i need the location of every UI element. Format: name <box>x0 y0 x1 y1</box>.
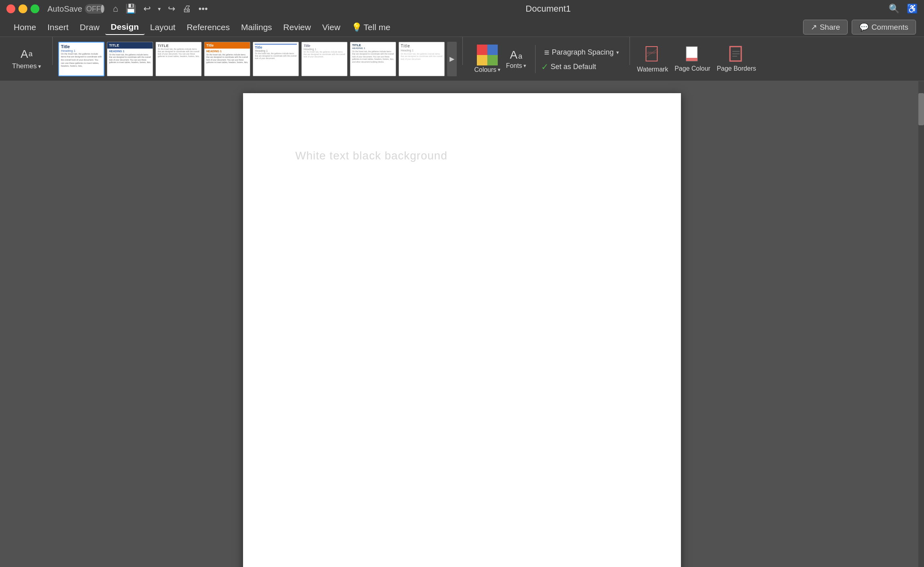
comments-button[interactable]: 💬 Comments <box>852 20 916 35</box>
menu-draw[interactable]: Draw <box>74 20 105 35</box>
theme-thumb-6[interactable]: Title Heading 1 On the Insert tab, the g… <box>301 42 348 76</box>
theme-thumb-8[interactable]: Title Heading 1 On the Insert tab, the g… <box>399 42 445 76</box>
set-as-default-button[interactable]: ✓ Set as Default <box>541 62 622 72</box>
undo-icon[interactable]: ↩ <box>143 4 151 14</box>
scrollbar-thumb[interactable] <box>918 93 924 125</box>
themes-label: Themes <box>12 62 37 70</box>
paragraph-spacing-label: Paragraph Spacing <box>552 48 613 57</box>
theme-thumb-3[interactable]: TITLE On the Insert tab, the galleries i… <box>155 42 202 76</box>
page-colour-label: Page Colour <box>675 65 710 72</box>
paragraph-spacing-dropdown-icon[interactable]: ▾ <box>616 49 619 55</box>
menu-review[interactable]: Review <box>278 20 317 35</box>
theme5-heading: Heading 1 <box>255 49 297 52</box>
watermark-icon: DRAFT <box>645 45 660 65</box>
colour-blue <box>487 45 498 55</box>
divider-1 <box>52 37 53 65</box>
theme7-body: On the Insert tab, the galleries include… <box>352 50 394 63</box>
document-page[interactable]: White text black background <box>243 93 681 567</box>
theme-thumb-5[interactable]: Title Heading 1 On the Insert tab, the g… <box>253 42 299 76</box>
watermark-text: White text black background <box>295 149 448 162</box>
fonts-dropdown-icon[interactable]: ▾ <box>523 63 526 69</box>
toggle-off-label: OFF <box>86 5 101 13</box>
save-icon[interactable]: 💾 <box>125 4 136 14</box>
title-bar-right: 🔍 ♿ <box>889 4 918 14</box>
search-icon[interactable]: 🔍 <box>889 4 899 14</box>
theme1-body: On the Insert tab, the galleries include… <box>61 53 102 68</box>
theme-thumb-7[interactable]: TITLE HEADING 1 On the Insert tab, the g… <box>350 42 396 76</box>
menu-insert[interactable]: Insert <box>42 20 74 35</box>
theme8-body: On the Insert tab, the galleries include… <box>401 53 443 61</box>
paragraph-spacing-button[interactable]: ≡ Paragraph Spacing ▾ <box>541 46 622 59</box>
gallery-next-arrow[interactable]: ▶ <box>447 42 457 76</box>
lightbulb-icon: 💡 <box>352 22 362 32</box>
theme7-heading: HEADING 1 <box>352 47 394 49</box>
theme-thumb-4[interactable]: Title HEADING 1 On the Insert tab, the g… <box>204 42 250 76</box>
ribbon: Aa Themes ▾ Title Heading 1 On the Inser… <box>0 37 924 81</box>
comments-label: Comments <box>871 23 908 32</box>
page-colour-button[interactable]: Page Colour <box>675 46 710 72</box>
share-label: Share <box>820 23 840 32</box>
fonts-label: Fonts <box>506 62 522 69</box>
fonts-button[interactable]: Aa Fonts ▾ <box>503 49 529 69</box>
menu-mailings[interactable]: Mailings <box>235 20 278 35</box>
close-button[interactable] <box>6 4 15 13</box>
set-as-default-label: Set as Default <box>551 63 596 71</box>
menu-tell-me[interactable]: 💡 Tell me <box>346 20 396 35</box>
menu-bar: Home Insert Draw Design Layout Reference… <box>0 18 924 37</box>
watermark-label: Watermark <box>637 66 668 73</box>
theme8-heading: Heading 1 <box>401 49 443 52</box>
page-tools-section: DRAFT Watermark Page Colour <box>633 37 760 81</box>
themes-section: Aa Themes ▾ <box>4 37 49 81</box>
home-icon[interactable]: ⌂ <box>113 4 118 14</box>
colours-button[interactable]: Colours ▾ <box>474 45 500 73</box>
fullscreen-button[interactable] <box>31 4 39 13</box>
undo-dropdown-icon[interactable]: ▾ <box>158 6 161 12</box>
theme-thumb-1[interactable]: Title Heading 1 On the Insert tab, the g… <box>58 42 104 76</box>
share-icon: ↗ <box>811 22 817 32</box>
accessibility-icon[interactable]: ♿ <box>907 4 918 14</box>
checkmark-icon: ✓ <box>541 62 548 72</box>
share-button[interactable]: ↗ Share <box>803 20 848 35</box>
colour-green <box>487 55 498 65</box>
page-borders-icon <box>729 46 744 64</box>
redo-icon[interactable]: ↪ <box>168 4 175 14</box>
theme5-title: Title <box>255 45 297 49</box>
svg-rect-5 <box>686 58 697 61</box>
menu-design[interactable]: Design <box>105 20 145 35</box>
colour-yellow <box>477 55 487 65</box>
theme-gallery: Title Heading 1 On the Insert tab, the g… <box>56 37 459 81</box>
autosave-toggle[interactable]: OFF <box>85 4 105 14</box>
scrollbar[interactable] <box>918 81 924 567</box>
theme5-body: On the Insert tab, the galleries include… <box>255 52 297 59</box>
title-bar: AutoSave OFF ⌂ 💾 ↩ ▾ ↪ 🖨 ••• Document1 🔍… <box>0 0 924 18</box>
fonts-aa-icon: Aa <box>510 49 522 61</box>
theme3-title: TITLE <box>157 44 200 48</box>
toggle-knob <box>101 5 104 13</box>
more-icon[interactable]: ••• <box>198 4 208 14</box>
menu-layout[interactable]: Layout <box>145 20 181 35</box>
page-borders-label: Page Borders <box>717 65 756 72</box>
theme6-body: On the Insert tab, the galleries include… <box>303 51 345 58</box>
traffic-lights <box>6 4 39 13</box>
themes-button[interactable]: Aa Themes ▾ <box>8 45 45 73</box>
theme1-title: Title <box>61 44 102 49</box>
themes-icon: Aa <box>20 48 33 61</box>
divider-4 <box>630 37 630 65</box>
minimize-button[interactable] <box>18 4 27 13</box>
menu-home[interactable]: Home <box>8 20 42 35</box>
menu-references[interactable]: References <box>181 20 235 35</box>
print-icon[interactable]: 🖨 <box>182 4 191 14</box>
svg-text:DRAFT: DRAFT <box>647 51 658 55</box>
menu-view[interactable]: View <box>317 20 346 35</box>
watermark-button[interactable]: DRAFT Watermark <box>637 45 668 73</box>
page-borders-button[interactable]: Page Borders <box>717 46 756 72</box>
theme8-title: Title <box>401 44 443 48</box>
colour-red <box>477 45 487 55</box>
theme7-title: TITLE <box>352 43 394 47</box>
theme1-heading: Heading 1 <box>61 49 102 53</box>
themes-dropdown-icon[interactable]: ▾ <box>38 63 41 69</box>
autosave-label: AutoSave <box>47 4 82 14</box>
theme-thumb-2[interactable]: TITLE HEADING 1 On the Insert tab, the g… <box>107 42 153 76</box>
colours-dropdown-icon[interactable]: ▾ <box>498 67 501 73</box>
colours-label: Colours <box>474 66 496 73</box>
